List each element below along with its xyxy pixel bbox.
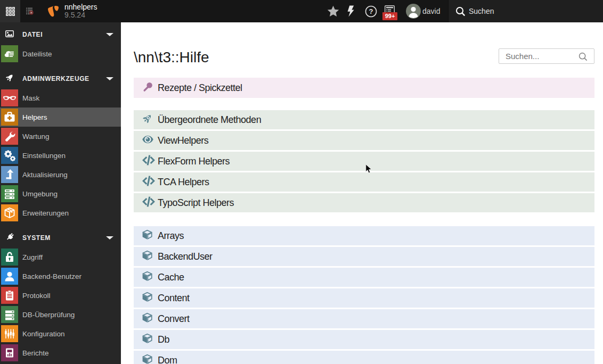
svg-text:?: ? <box>369 7 373 15</box>
